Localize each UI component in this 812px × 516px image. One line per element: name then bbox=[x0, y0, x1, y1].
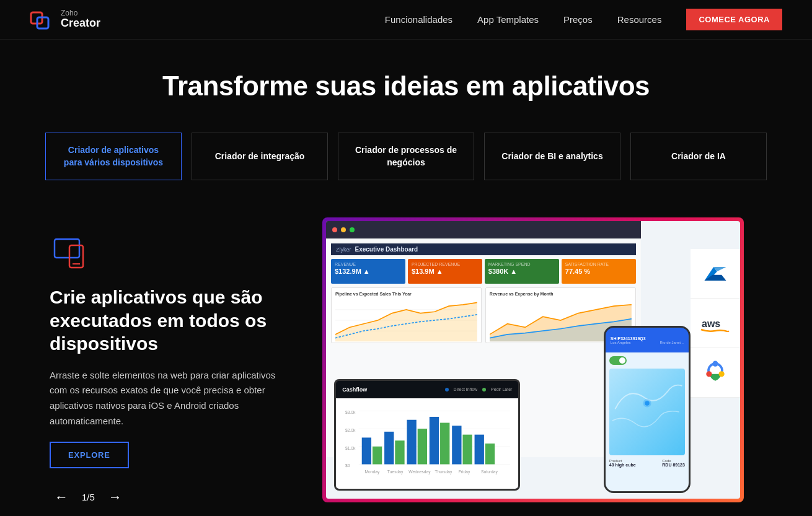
google-cloud-icon-box bbox=[691, 348, 740, 398]
app-header: Zlyker Executive Dashboard bbox=[331, 243, 636, 255]
svg-rect-20 bbox=[452, 426, 462, 464]
kpi-marketing-value: $380K ▲ bbox=[488, 268, 555, 275]
svg-text:$0: $0 bbox=[345, 463, 350, 468]
phone-body: Product 40 high cube Code RDU 89123 bbox=[606, 352, 689, 491]
right-panel: Zlyker Executive Dashboard REVENUE $132.… bbox=[322, 217, 775, 502]
kpi-satisfaction-value: 77.45 % bbox=[565, 268, 632, 275]
kpi-projected-value: $13.9M ▲ bbox=[412, 268, 479, 275]
left-panel: Crie aplicativos que são executados em t… bbox=[50, 217, 285, 508]
azure-icon-box bbox=[691, 249, 740, 299]
browser-dot-yellow bbox=[341, 227, 346, 232]
kpi-marketing-label: MARKETING SPEND bbox=[488, 262, 555, 266]
browser-bar bbox=[326, 221, 641, 238]
legend-dot-green bbox=[482, 388, 486, 391]
svg-rect-18 bbox=[407, 419, 417, 464]
browser-dot-red bbox=[332, 227, 337, 232]
kpi-revenue-value: $132.9M ▲ bbox=[335, 268, 402, 275]
svg-point-39 bbox=[706, 372, 712, 377]
aws-icon: aws bbox=[700, 307, 731, 338]
phone-header: SHIP32413919Q3 Los Angeles Rio de Janei.… bbox=[606, 328, 689, 352]
nav-app-templates[interactable]: App Templates bbox=[477, 14, 539, 25]
tablet-body: $3.0k $2.0k $1.0k $0 bbox=[336, 398, 518, 489]
svg-rect-19 bbox=[430, 417, 439, 465]
kpi-marketing: MARKETING SPEND $380K ▲ bbox=[485, 259, 559, 284]
svg-rect-24 bbox=[418, 429, 427, 464]
svg-text:$1.0k: $1.0k bbox=[345, 445, 356, 450]
svg-rect-22 bbox=[373, 447, 382, 465]
navbar: Zoho Creator Funcionalidades App Templat… bbox=[0, 0, 812, 40]
nav-precos[interactable]: Preços bbox=[563, 14, 593, 25]
kpi-row: REVENUE $132.9M ▲ PROJECTED REVENUE $13.… bbox=[331, 259, 636, 284]
cashflow-chart-svg: $3.0k $2.0k $1.0k $0 bbox=[340, 402, 514, 485]
kpi-satisfaction-label: SATISFACTION RATE bbox=[565, 262, 632, 266]
tab-bi-analytics[interactable]: Criador de BI e analytics bbox=[484, 133, 620, 180]
tab-ai[interactable]: Criador de IA bbox=[630, 133, 767, 180]
tablet-title: Cashflow bbox=[342, 387, 367, 393]
tab-integration[interactable]: Criador de integração bbox=[192, 133, 328, 180]
nav-funcionalidades[interactable]: Funcionalidades bbox=[385, 14, 452, 25]
nav-resources[interactable]: Resources bbox=[617, 14, 662, 25]
tablet-header: Cashflow Direct Inflow Pedir Later bbox=[336, 381, 518, 398]
kpi-projected-label: PROJECTED REVENUE bbox=[412, 262, 479, 266]
nav-links: Funcionalidades App Templates Preços Res… bbox=[385, 9, 782, 30]
tablet-cashflow: Cashflow Direct Inflow Pedir Later $3.0k bbox=[334, 379, 520, 491]
phone-mockup: SHIP32413919Q3 Los Angeles Rio de Janei.… bbox=[604, 326, 691, 493]
svg-text:aws: aws bbox=[702, 318, 720, 329]
google-cloud-icon bbox=[700, 357, 731, 388]
showcase-inner: Zlyker Executive Dashboard REVENUE $132.… bbox=[326, 221, 740, 499]
svg-text:Friday: Friday bbox=[459, 470, 470, 474]
phone-product-info: Product 40 high cube bbox=[609, 459, 636, 467]
prev-arrow[interactable]: ← bbox=[50, 487, 73, 508]
aws-icon-box: aws bbox=[691, 299, 740, 348]
main-content: Crie aplicativos que são executados em t… bbox=[0, 193, 812, 516]
svg-point-40 bbox=[719, 372, 725, 377]
chart-pipeline-title: Pipeline vs Expected Sales This Year bbox=[335, 292, 477, 296]
hero-section: Transforme suas ideias em aplicativos bbox=[0, 40, 812, 120]
app-name: Zlyker bbox=[336, 247, 351, 253]
device-icon bbox=[50, 230, 93, 273]
phone-product-value: 40 high cube bbox=[609, 463, 636, 467]
kpi-projected: PROJECTED REVENUE $13.9M ▲ bbox=[408, 259, 482, 284]
svg-text:Tuesday: Tuesday bbox=[387, 470, 404, 474]
svg-text:Saturday: Saturday bbox=[481, 470, 498, 474]
panel-description: Arraste e solte elementos na web para cr… bbox=[50, 368, 285, 429]
pagination: ← 1/5 → bbox=[50, 487, 285, 508]
cta-button[interactable]: COMECE AGORA bbox=[686, 9, 782, 30]
line-chart-svg bbox=[335, 299, 477, 342]
next-arrow[interactable]: → bbox=[104, 487, 127, 508]
svg-text:$3.0k: $3.0k bbox=[345, 410, 356, 414]
svg-point-35 bbox=[643, 400, 651, 408]
tab-business-process[interactable]: Criador de processos de negócios bbox=[338, 133, 474, 180]
browser-dot-green bbox=[350, 227, 355, 232]
logo[interactable]: Zoho Creator bbox=[30, 7, 100, 32]
phone-info-row: Product 40 high cube Code RDU 89123 bbox=[609, 459, 685, 467]
svg-text:Thursday: Thursday bbox=[435, 470, 453, 474]
legend-label-2: Pedir Later bbox=[491, 387, 512, 391]
tab-multi-device[interactable]: Criador de aplicativos para vários dispo… bbox=[45, 133, 182, 180]
legend-dot-blue bbox=[445, 388, 449, 391]
kpi-satisfaction: SATISFACTION RATE 77.45 % bbox=[562, 259, 636, 284]
logo-creator: Creator bbox=[61, 17, 100, 30]
logo-text: Zoho Creator bbox=[61, 9, 100, 30]
azure-icon bbox=[700, 258, 731, 289]
chart-pipeline: Pipeline vs Expected Sales This Year bbox=[331, 287, 482, 343]
legend-label-1: Direct Inflow bbox=[454, 387, 478, 391]
svg-rect-25 bbox=[440, 422, 449, 464]
charts-row: Pipeline vs Expected Sales This Year bbox=[331, 287, 636, 343]
kpi-revenue-label: REVENUE bbox=[335, 262, 402, 266]
svg-rect-16 bbox=[362, 437, 371, 464]
svg-text:Monday: Monday bbox=[365, 470, 380, 474]
phone-code-value: RDU 89123 bbox=[662, 463, 685, 467]
phone-location-to: Rio de Janei... bbox=[660, 341, 683, 344]
svg-rect-2 bbox=[55, 239, 79, 258]
svg-text:Wednesday: Wednesday bbox=[409, 470, 431, 474]
tablet-legend: Direct Inflow Pedir Later bbox=[445, 387, 513, 391]
explore-button[interactable]: EXPLORE bbox=[50, 442, 129, 468]
phone-code-info: Code RDU 89123 bbox=[662, 459, 685, 467]
chart-revenue-title: Revenue vs Expense by Month bbox=[490, 292, 632, 296]
svg-rect-27 bbox=[485, 444, 495, 465]
hero-title: Transforme suas ideias em aplicativos bbox=[12, 71, 800, 102]
dashboard-title: Executive Dashboard bbox=[355, 246, 418, 253]
showcase-frame: Zlyker Executive Dashboard REVENUE $132.… bbox=[322, 217, 744, 502]
feature-tabs: Criador de aplicativos para vários dispo… bbox=[0, 120, 812, 193]
